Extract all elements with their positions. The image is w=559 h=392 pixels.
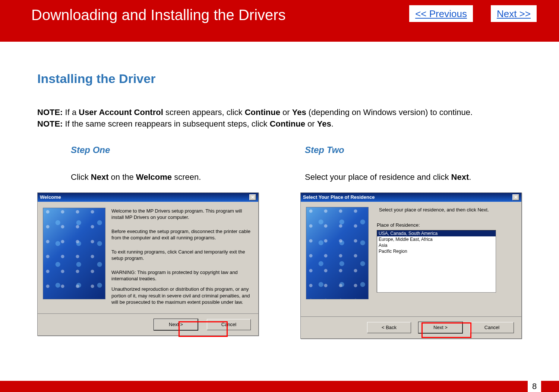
note-text: or: [305, 119, 317, 128]
welcome-next-button[interactable]: Next >: [154, 319, 198, 330]
welcome-dialog-body: Welcome to the MP Drivers setup program.…: [38, 202, 258, 313]
residence-dialog-right: Select your place of residence, and then…: [377, 207, 496, 299]
residence-list-label: Place of Residence:: [377, 222, 496, 228]
note-text: If the same screen reappears in subseque…: [63, 119, 269, 128]
close-icon[interactable]: ✕: [249, 194, 256, 200]
section-heading: Installing the Driver: [37, 71, 522, 86]
note-text: If a: [63, 108, 79, 117]
steps-row: Step One Click Next on the Welcome scree…: [37, 145, 522, 339]
instr-text: .: [469, 172, 471, 182]
instr-text: on the: [108, 172, 136, 182]
step-two-instruction: Select your place of residence and click…: [305, 172, 522, 182]
residence-dialog-buttons: < Back Next > Cancel: [301, 316, 521, 338]
footer-bar: 8: [0, 381, 559, 392]
previous-link[interactable]: << Previous: [409, 5, 473, 22]
instr-bold: Welcome: [136, 172, 172, 182]
close-icon[interactable]: ✕: [512, 194, 519, 200]
nav-buttons: << Previous Next >>: [409, 5, 537, 22]
step-two: Step Two Select your place of residence …: [300, 145, 522, 339]
note-bold: User Account Control: [79, 108, 163, 117]
residence-option[interactable]: Europe, Middle East, Africa: [377, 236, 496, 242]
page-number: 8: [528, 381, 541, 392]
residence-listbox[interactable]: USA, Canada, South AmericaEurope, Middle…: [377, 230, 496, 293]
instr-text: screen.: [172, 172, 201, 182]
welcome-dialog-buttons: Next > Cancel: [38, 313, 258, 335]
welcome-dialog-title-text: Welcome: [40, 194, 61, 200]
page-title: Downloading and Installing the Drivers: [31, 7, 286, 23]
residence-dialog-titlebar: Select Your Place of Residence ✕: [301, 193, 521, 202]
residence-dialog: Select Your Place of Residence ✕ Select …: [300, 192, 522, 339]
residence-back-button[interactable]: < Back: [367, 322, 411, 333]
welcome-cancel-button[interactable]: Cancel: [207, 319, 251, 330]
note-bold: Yes: [292, 108, 306, 117]
step-one-instruction: Click Next on the Welcome screen.: [71, 172, 259, 182]
instr-text: Select your place of residence and click: [305, 172, 451, 182]
welcome-p1: Welcome to the MP Drivers setup program.…: [111, 208, 251, 221]
residence-option[interactable]: USA, Canada, South America: [377, 230, 496, 236]
note-bold: Yes: [317, 119, 331, 128]
residence-top-text: Select your place of residence, and then…: [377, 207, 496, 213]
residence-next-button[interactable]: Next >: [419, 322, 462, 333]
welcome-p4: WARNING: This program is protected by co…: [111, 269, 251, 282]
welcome-dialog-titlebar: Welcome ✕: [38, 193, 258, 202]
next-link[interactable]: Next >>: [491, 5, 537, 22]
step-one-title: Step One: [71, 145, 259, 155]
note-text: (depending on Windows version) to contin…: [306, 108, 473, 117]
step-one: Step One Click Next on the Welcome scree…: [37, 145, 259, 339]
welcome-p5: Unauthorized reproduction or distributio…: [111, 286, 251, 306]
welcome-p3: To exit running programs, click Cancel a…: [111, 249, 251, 262]
residence-dialog-body: Select your place of residence, and then…: [301, 202, 521, 316]
residence-cancel-button[interactable]: Cancel: [470, 322, 514, 333]
content: Installing the Driver NOTE: If a User Ac…: [0, 42, 559, 339]
instr-text: Click: [71, 172, 91, 182]
residence-option[interactable]: Asia: [377, 242, 496, 248]
note-bold: Continue: [270, 119, 305, 128]
instr-bold: Next: [451, 172, 469, 182]
welcome-dialog-text: Welcome to the MP Drivers setup program.…: [111, 208, 251, 308]
note-label: NOTE:: [37, 119, 63, 128]
wizard-graphic: [43, 208, 105, 299]
wizard-graphic: [306, 207, 369, 299]
note-text: or: [280, 108, 292, 117]
note-label: NOTE:: [37, 108, 63, 117]
note-text: screen appears, click: [163, 108, 245, 117]
step-two-title: Step Two: [305, 145, 522, 155]
welcome-dialog: Welcome ✕ Welcome to the MP Drivers setu…: [37, 192, 259, 336]
notes-block: NOTE: If a User Account Control screen a…: [37, 107, 522, 130]
note-text: .: [331, 119, 334, 128]
note-bold: Continue: [245, 108, 280, 117]
residence-dialog-title-text: Select Your Place of Residence: [303, 194, 375, 200]
top-banner: Downloading and Installing the Drivers <…: [0, 0, 559, 42]
instr-bold: Next: [91, 172, 109, 182]
residence-option[interactable]: Pacific Region: [377, 248, 496, 254]
welcome-p2: Before executing the setup program, disc…: [111, 228, 251, 241]
